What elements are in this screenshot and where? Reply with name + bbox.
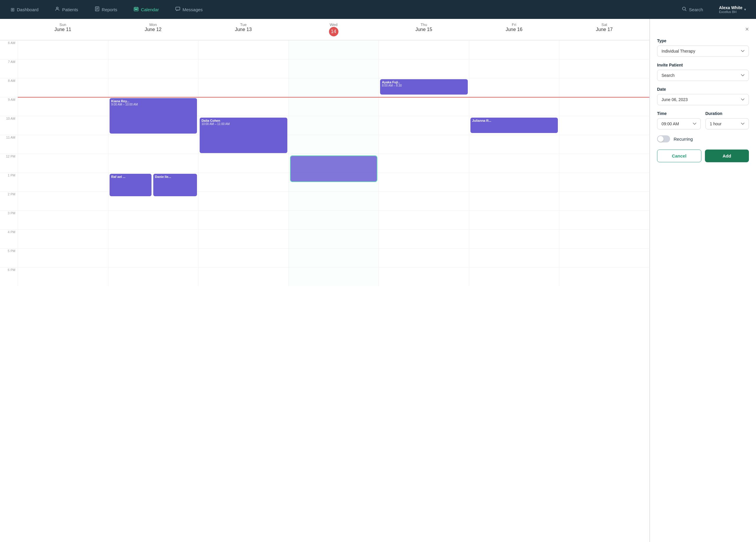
time-11am: 11 AM [0,135,18,154]
user-name: Alexa White [719,5,742,10]
nav-calendar[interactable]: Calendar [130,4,162,15]
time-label: Time [657,111,701,116]
patients-icon [55,6,60,12]
recurring-row: Recurring [657,135,749,142]
day-col-wed[interactable] [289,40,379,286]
svg-rect-12 [176,7,180,10]
day-header-fri: Fri June 16 [469,19,559,40]
day-col-thu[interactable]: Ayaka Fuji.. 8:00 AM – 8:30 [379,40,469,286]
time-3pm: 3 PM [0,210,18,229]
time-8am: 8 AM [0,78,18,97]
panel-close-button[interactable]: × [745,26,749,32]
day-header-mon: Mon June 12 [108,19,198,40]
day-header-tue: Tue June 13 [198,19,289,40]
time-6am: 6 AM [0,40,18,59]
user-org: Excellus BH [719,10,742,14]
date-select[interactable]: June 06, 2023 [657,94,749,105]
nav-search-label: Search [689,7,703,12]
time-12pm: 12 PM [0,154,18,172]
svg-point-0 [56,7,58,9]
nav-dashboard[interactable]: ⊞ Dashboard [7,4,42,15]
time-4pm: 4 PM [0,229,18,248]
patient-select[interactable]: Search [657,70,749,81]
event-rafael[interactable]: Raf ael ... [110,174,151,196]
nav-patients[interactable]: Patients [51,4,82,15]
event-kiana[interactable]: Kiana Rey... 9:00 AM – 10:00 AM [110,98,197,133]
messages-icon [175,6,180,12]
user-menu[interactable]: Alexa White Excellus BH ▾ [716,4,749,15]
reports-icon [95,6,100,12]
day-col-mon[interactable]: Kiana Rey... 9:00 AM – 10:00 AM Raf ael … [108,40,198,286]
calendar-grid: 6 AM 7 AM 8 AM 9 AM 10 AM 11 AM 12 PM 1 … [0,40,649,286]
calendar-icon [134,6,139,12]
action-buttons: Cancel Add [657,149,749,162]
time-10am: 10 AM [0,116,18,135]
nav-dashboard-label: Dashboard [17,7,38,12]
time-5pm: 5 PM [0,248,18,267]
day-header-wed: Wed 14 [289,19,379,40]
nav-calendar-label: Calendar [141,7,159,12]
time-duration-row: Time 08:00 AM 08:30 AM 09:00 AM 09:30 AM… [657,111,749,129]
svg-rect-11 [137,9,137,10]
days-grid: Kiana Rey... 9:00 AM – 10:00 AM Raf ael … [18,40,649,286]
svg-rect-10 [136,9,136,10]
calendar-scroll[interactable]: 6 AM 7 AM 8 AM 9 AM 10 AM 11 AM 12 PM 1 … [0,40,649,542]
day-headers: Sun June 11 Mon June 12 Tue June 13 Wed … [0,19,649,40]
day-col-fri[interactable]: Julianna R... [469,40,559,286]
svg-rect-9 [135,9,136,10]
recurring-toggle[interactable] [657,135,670,142]
time-select[interactable]: 08:00 AM 08:30 AM 09:00 AM 09:30 AM 10:0… [657,118,701,129]
type-group: Type Individual Therapy Group Therapy Co… [657,38,749,57]
day-header-sun: Sun June 11 [18,19,108,40]
nav-patients-label: Patients [62,7,78,12]
add-button[interactable]: Add [705,149,749,162]
time-subgroup: Time 08:00 AM 08:30 AM 09:00 AM 09:30 AM… [657,111,701,129]
duration-label: Duration [706,111,749,116]
time-column: 6 AM 7 AM 8 AM 9 AM 10 AM 11 AM 12 PM 1 … [0,40,18,286]
panel-header: × [657,26,749,32]
invite-patient-group: Invite Patient Search [657,63,749,81]
appointment-panel: × Type Individual Therapy Group Therapy … [650,19,756,542]
dashboard-icon: ⊞ [11,7,14,12]
event-dragging[interactable] [290,155,378,182]
time-1pm: 1 PM [0,172,18,191]
type-select[interactable]: Individual Therapy Group Therapy Couples… [657,45,749,57]
event-dalia[interactable]: Dalia Cohen 10:00 AM – 11:00 AM [200,118,287,153]
nav-reports[interactable]: Reports [91,4,121,15]
toggle-knob [658,136,664,142]
nav-reports-label: Reports [102,7,118,12]
event-ayaka[interactable]: Ayaka Fuji.. 8:00 AM – 8:30 [380,79,468,95]
time-2pm: 2 PM [0,191,18,210]
time-6pm: 6 PM [0,267,18,286]
time-9am: 9 AM [0,97,18,116]
event-julianna[interactable]: Julianna R... [470,118,558,133]
day-col-tue[interactable]: Dalia Cohen 10:00 AM – 11:00 AM [198,40,289,286]
event-danielle[interactable]: Danie Ile... [153,174,197,196]
day-header-sat: Sat June 17 [559,19,649,40]
invite-patient-label: Invite Patient [657,63,749,67]
cancel-button[interactable]: Cancel [657,149,701,162]
day-header-thu: Thu June 15 [379,19,469,40]
main-area: Sun June 11 Mon June 12 Tue June 13 Wed … [0,19,756,542]
duration-subgroup: Duration 30 minutes 1 hour 1.5 hours 2 h… [706,111,749,129]
nav-messages-label: Messages [183,7,203,12]
time-duration-group: Time 08:00 AM 08:30 AM 09:00 AM 09:30 AM… [657,111,749,129]
nav-search[interactable]: Search [678,4,707,15]
svg-line-14 [685,10,686,11]
user-chevron-icon: ▾ [744,7,746,12]
type-label: Type [657,38,749,43]
time-7am: 7 AM [0,59,18,78]
search-nav-icon [682,6,687,12]
calendar-area: Sun June 11 Mon June 12 Tue June 13 Wed … [0,19,650,542]
nav-messages[interactable]: Messages [172,4,206,15]
top-navigation: ⊞ Dashboard Patients Reports Calendar Me… [0,0,756,19]
recurring-label: Recurring [674,136,693,141]
duration-select[interactable]: 30 minutes 1 hour 1.5 hours 2 hours [706,118,749,129]
day-col-sun[interactable] [18,40,108,286]
date-label: Date [657,87,749,92]
svg-point-13 [682,7,685,10]
day-col-sat[interactable] [559,40,649,286]
date-group: Date June 06, 2023 [657,87,749,105]
